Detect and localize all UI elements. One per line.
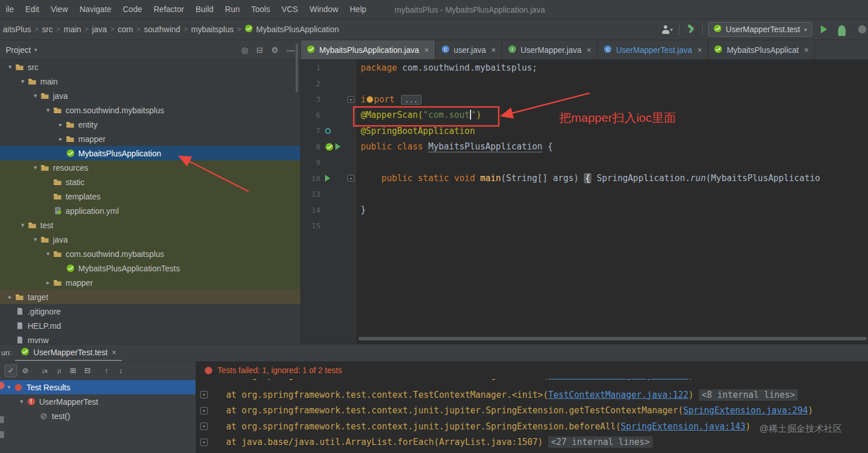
menu-edit[interactable]: Edit	[20, 5, 45, 14]
tree-item-static[interactable]: static	[0, 175, 300, 189]
close-icon[interactable]: ×	[587, 45, 591, 55]
hide-panel-icon[interactable]: —	[286, 45, 295, 55]
fold-marker-icon[interactable]: +	[200, 407, 208, 414]
locate-icon[interactable]: ◎	[241, 45, 248, 55]
test-tree-item-test[interactable]: ⊘test()	[0, 409, 196, 423]
hide-passed-icon[interactable]: ✓	[5, 364, 17, 377]
close-icon[interactable]: ×	[491, 45, 496, 55]
tree-item-test[interactable]: ▾test	[0, 218, 300, 232]
menu-window[interactable]: Window	[304, 5, 344, 14]
tool-stripe-icon[interactable]	[0, 416, 4, 423]
spring-boot-icon[interactable]	[325, 143, 334, 151]
fold-marker-icon[interactable]: +	[200, 439, 208, 446]
stack-trace-link[interactable]: TestContextManager.java:137	[548, 379, 689, 381]
code-line-9[interactable]: 9	[301, 155, 868, 171]
code-editor[interactable]: 1package com.southwind.mybaitsplus;23+ip…	[301, 60, 868, 344]
menu-ile[interactable]: ile	[0, 5, 20, 14]
tree-item-gitignore[interactable]: .gitignore	[0, 304, 300, 318]
editor-horizontal-scrollbar[interactable]	[358, 337, 867, 340]
chevron-down-icon[interactable]: ▾	[5, 383, 13, 391]
tree-item-entity[interactable]: ▸entity	[0, 117, 300, 132]
tool-stripe-icon[interactable]	[0, 431, 4, 438]
close-icon[interactable]: ×	[697, 45, 702, 55]
user-icon[interactable]: ▾	[661, 23, 674, 36]
stack-trace-link[interactable]: SpringExtension.java:294	[683, 405, 808, 416]
breadcrumb-item-aitsplus[interactable]: aitsPlus	[0, 24, 34, 35]
close-icon[interactable]: ×	[425, 45, 429, 55]
menu-build[interactable]: Build	[190, 5, 219, 14]
intention-bulb-icon[interactable]	[366, 96, 373, 103]
console-output[interactable]: at org.springframework.test.context.Test…	[196, 379, 868, 453]
tree-item-mapper[interactable]: ▸mapper	[0, 275, 300, 290]
tree-item-mvnw[interactable]: mvnw	[0, 333, 300, 344]
stack-trace-link[interactable]: SpringExtension.java:143	[621, 421, 745, 432]
breadcrumb-item-class[interactable]: MybaitsPlusApplication	[242, 23, 342, 36]
test-tree-item-usermappertest[interactable]: ▾!UserMapperTest	[0, 394, 196, 409]
next-failed-icon[interactable]: ↓	[114, 364, 127, 377]
chevron-down-icon[interactable]: ▾	[31, 236, 40, 243]
menu-tools[interactable]: Tools	[246, 5, 276, 14]
fold-marker-icon[interactable]: +	[347, 175, 354, 182]
tree-item-mybaitsplusapplication[interactable]: MybaitsPlusApplication	[0, 146, 300, 160]
collapse-all-icon[interactable]: ⊟	[81, 364, 94, 377]
expand-all-icon[interactable]: ⊞	[67, 364, 79, 377]
menu-refactor[interactable]: Refactor	[148, 5, 190, 14]
tree-item-application-yml[interactable]: application.yml	[0, 204, 300, 218]
breadcrumb-item-src[interactable]: src	[39, 24, 56, 35]
editor-tab-usermapper-java[interactable]: IUserMapper.java×	[502, 40, 598, 59]
chevron-right-icon[interactable]: ▸	[6, 293, 14, 301]
chevron-down-icon[interactable]: ▾	[44, 106, 52, 114]
chevron-right-icon[interactable]: ▸	[56, 135, 65, 143]
prev-failed-icon[interactable]: ↑	[100, 364, 113, 377]
run-gutter-icon[interactable]	[325, 175, 330, 182]
code-line-10[interactable]: 10+ public static void main(String[] arg…	[301, 171, 868, 187]
coverage-icon[interactable]	[853, 23, 866, 36]
breadcrumb-item-mybaitsplus[interactable]: mybaitsplus	[188, 24, 236, 35]
tree-item-resources[interactable]: ▾resources	[0, 160, 300, 175]
sort-alpha-icon[interactable]: ↓a	[38, 364, 51, 377]
menu-code[interactable]: Code	[117, 5, 148, 14]
menu-run[interactable]: Run	[219, 5, 246, 14]
project-panel-title[interactable]: Project▾	[6, 45, 37, 55]
project-scrollbar[interactable]	[296, 44, 298, 93]
chevron-down-icon[interactable]: ▾	[31, 164, 40, 171]
show-ignored-icon[interactable]: ⊘	[19, 364, 32, 377]
chevron-down-icon[interactable]: ▾	[17, 398, 26, 405]
code-line-2[interactable]: 2	[301, 76, 868, 92]
stack-trace-link[interactable]: TestContextManager.java:122	[548, 390, 689, 400]
menu-help[interactable]: Help	[344, 5, 372, 14]
code-line-6[interactable]: 6@MapperScan("com.sout")	[301, 108, 868, 124]
run-gutter-icon[interactable]	[335, 143, 341, 150]
tree-item-java[interactable]: ▾java	[0, 89, 300, 103]
run-tab[interactable]: UserMapperTest.test ×	[15, 344, 122, 361]
code-line-3[interactable]: 3+iport ...	[301, 91, 868, 108]
breadcrumb-item-java[interactable]: java	[89, 24, 110, 35]
editor-tab-mybaitsplusapplicat[interactable]: MybaitsPlusApplicat×	[708, 40, 815, 59]
close-icon[interactable]: ×	[112, 348, 116, 357]
code-line-1[interactable]: 1package com.southwind.mybaitsplus;	[301, 60, 868, 76]
tree-item-main[interactable]: ▾main	[0, 74, 300, 89]
sort-duration-icon[interactable]: ↓t	[52, 364, 65, 377]
chevron-right-icon[interactable]: ▸	[44, 279, 52, 286]
tree-item-com-southwind-mybaitsplus[interactable]: ▾com.southwind.mybaitsplus	[0, 247, 300, 261]
fold-marker-icon[interactable]: +	[200, 391, 208, 398]
code-line-8[interactable]: 8public class MybaitsPlusApplication {	[301, 139, 868, 155]
code-line-7[interactable]: 7@SpringBootApplication	[301, 123, 868, 139]
tree-item-mybaitsplusapplicationtests[interactable]: MybaitsPlusApplicationTests	[0, 261, 300, 275]
code-line-13[interactable]: 13	[301, 186, 868, 202]
chevron-right-icon[interactable]: ▸	[56, 121, 65, 128]
breadcrumb-item-com[interactable]: com	[115, 24, 136, 35]
spring-bean-icon[interactable]	[325, 128, 331, 134]
chevron-down-icon[interactable]: ▾	[18, 78, 27, 85]
collapse-all-icon[interactable]: ⊟	[257, 45, 263, 55]
tree-item-target[interactable]: ▸target	[0, 290, 300, 304]
code-line-14[interactable]: 14}	[301, 202, 868, 218]
tree-item-templates[interactable]: templates	[0, 189, 300, 204]
chevron-down-icon[interactable]: ▾	[18, 221, 27, 229]
tree-item-help-md[interactable]: HELP.md	[0, 318, 300, 333]
chevron-down-icon[interactable]: ▾	[6, 63, 14, 71]
tree-item-java[interactable]: ▾java	[0, 232, 300, 247]
menu-navigate[interactable]: Navigate	[74, 5, 117, 14]
chevron-down-icon[interactable]: ▾	[31, 92, 40, 99]
settings-gear-icon[interactable]: ⚙	[271, 45, 278, 55]
